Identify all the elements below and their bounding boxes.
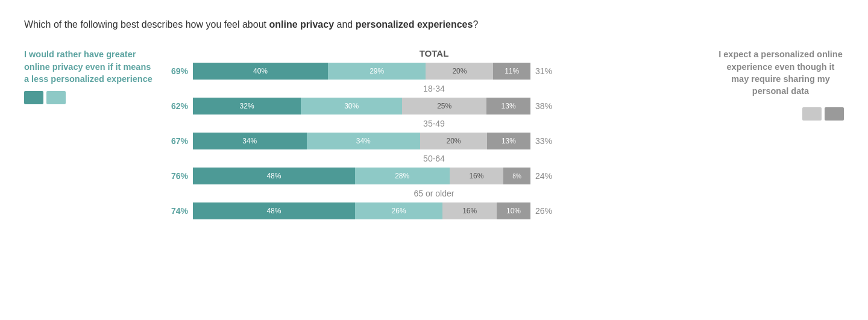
bar-segment: 29% bbox=[328, 63, 426, 80]
bar-row: 67%34%34%20%13%33% bbox=[163, 131, 705, 151]
bar-segment: 16% bbox=[450, 168, 504, 184]
pct-right: 24% bbox=[530, 171, 561, 181]
legend-light-gray bbox=[802, 107, 822, 121]
page-container: Which of the following best describes ho… bbox=[0, 0, 868, 320]
legend-right bbox=[802, 107, 844, 121]
chart-group: 18-3462%32%30%25%13%38% bbox=[163, 84, 705, 116]
bar-row: 76%48%28%16%8%24% bbox=[163, 166, 705, 186]
pct-left: 67% bbox=[163, 136, 193, 146]
bar-segment: 16% bbox=[442, 202, 497, 219]
chart-group: 65 or older74%48%26%16%10%26% bbox=[163, 189, 705, 221]
legend-dark-gray bbox=[825, 107, 844, 121]
group-label: 35-49 bbox=[163, 119, 705, 128]
bar-row: 74%48%26%16%10%26% bbox=[163, 201, 705, 221]
left-label-text: I would rather have greater online priva… bbox=[24, 48, 157, 85]
bar-segment: 8% bbox=[503, 168, 530, 184]
bar-segment: 48% bbox=[193, 168, 355, 184]
bars-container: 48%26%16%10% bbox=[193, 202, 530, 219]
bar-row: 69%40%29%20%11%31% bbox=[163, 61, 705, 81]
group-label: 50-64 bbox=[163, 154, 705, 163]
right-label-text: I expect a personalized online experienc… bbox=[717, 48, 844, 97]
bar-row: 62%32%30%25%13%38% bbox=[163, 96, 705, 116]
bar-segment: 25% bbox=[402, 98, 486, 115]
pct-right: 26% bbox=[530, 206, 561, 216]
bar-segment: 40% bbox=[193, 63, 328, 80]
bars-container: 34%34%20%13% bbox=[193, 133, 530, 149]
legend-light-teal bbox=[46, 91, 66, 104]
chart-main: TOTAL69%40%29%20%11%31%18-3462%32%30%25%… bbox=[163, 48, 705, 224]
pct-right: 31% bbox=[530, 66, 561, 76]
bars-container: 48%28%16%8% bbox=[193, 168, 530, 184]
right-label-panel: I expect a personalized online experienc… bbox=[705, 48, 844, 120]
legend-dark-teal bbox=[24, 91, 43, 104]
pct-left: 74% bbox=[163, 206, 193, 216]
group-label: TOTAL bbox=[163, 48, 705, 58]
group-label: 65 or older bbox=[163, 189, 705, 198]
bar-segment: 48% bbox=[193, 202, 355, 219]
bar-segment: 34% bbox=[193, 133, 307, 149]
bar-segment: 11% bbox=[493, 63, 530, 80]
question-text: Which of the following best describes ho… bbox=[24, 18, 844, 31]
bars-container: 32%30%25%13% bbox=[193, 98, 530, 115]
bar-segment: 10% bbox=[497, 202, 530, 219]
group-label: 18-34 bbox=[163, 84, 705, 93]
bar-segment: 28% bbox=[355, 168, 450, 184]
left-label-panel: I would rather have greater online priva… bbox=[24, 48, 163, 104]
pct-left: 69% bbox=[163, 66, 193, 76]
pct-right: 38% bbox=[530, 101, 561, 111]
bar-segment: 13% bbox=[487, 133, 530, 149]
chart-group: 35-4967%34%34%20%13%33% bbox=[163, 119, 705, 151]
bar-segment: 26% bbox=[355, 202, 443, 219]
bar-segment: 20% bbox=[420, 133, 487, 149]
chart-area: I would rather have greater online priva… bbox=[24, 48, 844, 224]
bar-segment: 34% bbox=[307, 133, 421, 149]
bar-segment: 30% bbox=[301, 98, 402, 115]
chart-group: TOTAL69%40%29%20%11%31% bbox=[163, 48, 705, 81]
pct-right: 33% bbox=[530, 136, 561, 146]
bars-container: 40%29%20%11% bbox=[193, 63, 530, 80]
pct-left: 76% bbox=[163, 171, 193, 181]
bar-segment: 13% bbox=[486, 98, 530, 115]
legend-left bbox=[24, 91, 157, 104]
bar-segment: 20% bbox=[426, 63, 493, 80]
pct-left: 62% bbox=[163, 101, 193, 111]
chart-group: 50-6476%48%28%16%8%24% bbox=[163, 154, 705, 186]
bar-segment: 32% bbox=[193, 98, 301, 115]
